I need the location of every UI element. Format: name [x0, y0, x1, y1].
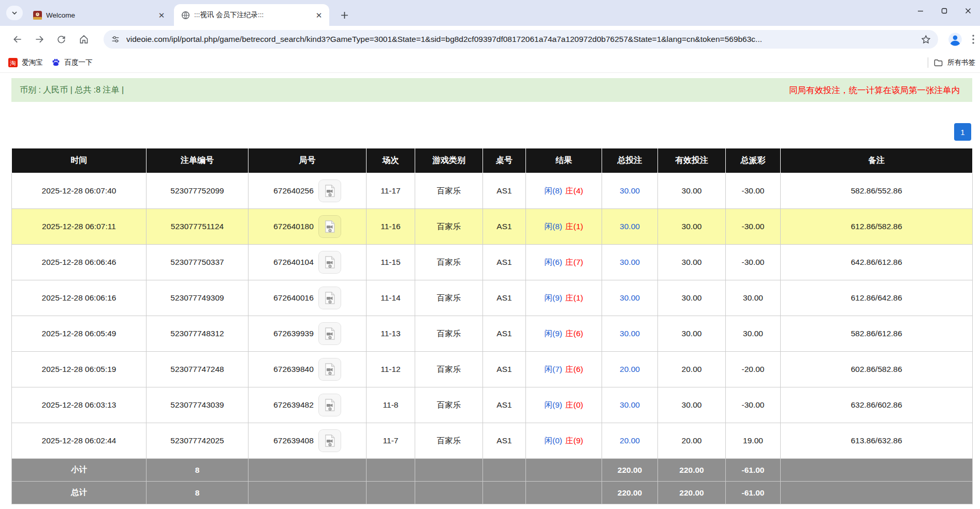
table-no-cell: AS1 — [483, 352, 526, 387]
total-bet-link[interactable]: 30.00 — [620, 329, 640, 338]
table-no-cell: AS1 — [483, 316, 526, 352]
video-replay-button[interactable] — [318, 358, 341, 381]
url-text[interactable]: videoie.com/ipl/portal.php/game/betrecor… — [126, 35, 917, 44]
valid-bet-cell: 30.00 — [658, 245, 726, 280]
maximize-icon — [941, 8, 947, 14]
close-window-button[interactable] — [956, 0, 980, 22]
summary-payout-cell: -61.00 — [726, 459, 781, 482]
session-cell: 11-7 — [367, 423, 415, 459]
table-row[interactable]: 2025-12-28 06:02:44523077742025672639408… — [12, 423, 973, 459]
total-bet-link[interactable]: 20.00 — [620, 436, 640, 445]
total-bet-cell: 20.00 — [602, 423, 658, 459]
chevron-down-icon — [11, 10, 18, 16]
browser-menu-button[interactable] — [969, 33, 978, 46]
bookmark-baidu[interactable]: 百度一下 — [51, 58, 93, 67]
summary-label-cell: 总计 — [12, 482, 147, 504]
video-replay-button[interactable] — [318, 179, 341, 202]
tab-welcome[interactable]: Welcome ✕ — [26, 4, 172, 26]
column-header: 总投注 — [602, 148, 658, 173]
table-row[interactable]: 2025-12-28 06:07:40523077752099672640256… — [12, 173, 973, 209]
video-replay-button[interactable] — [318, 251, 341, 274]
game-type-cell: 百家乐 — [415, 173, 483, 209]
summary-empty-cell — [781, 482, 973, 504]
summary-empty-cell — [781, 459, 973, 482]
summary-empty-cell — [483, 459, 526, 482]
table-row[interactable]: 2025-12-28 06:05:49523077748312672639939… — [12, 316, 973, 352]
bet-id-cell: 523077748312 — [147, 316, 248, 352]
table-row[interactable]: 2025-12-28 06:05:19523077747248672639840… — [12, 352, 973, 387]
total-bet-cell: 30.00 — [602, 280, 658, 316]
video-replay-button[interactable] — [318, 322, 341, 345]
bookmark-page-button[interactable] — [921, 35, 931, 44]
bookmarks-right: 所有书签 — [928, 53, 975, 72]
maximize-button[interactable] — [932, 0, 956, 22]
tab-close-button[interactable]: ✕ — [156, 10, 167, 20]
round-id: 672639482 — [273, 400, 314, 410]
total-bet-link[interactable]: 30.00 — [620, 186, 640, 195]
browser-toolbar: videoie.com/ipl/portal.php/game/betrecor… — [0, 26, 980, 53]
pagination-page-1-button[interactable]: 1 — [954, 123, 971, 141]
address-bar[interactable]: videoie.com/ipl/portal.php/game/betrecor… — [104, 30, 938, 49]
column-header: 桌号 — [483, 148, 526, 173]
column-header: 游戏类别 — [415, 148, 483, 173]
home-button[interactable] — [76, 31, 92, 48]
time-cell: 2025-12-28 06:07:11 — [12, 209, 147, 245]
summary-count-cell: 8 — [147, 482, 248, 504]
summary-empty-cell — [526, 459, 602, 482]
svg-text:淘: 淘 — [9, 60, 16, 66]
total-bet-link[interactable]: 30.00 — [620, 222, 640, 231]
bookmark-label: 百度一下 — [65, 58, 93, 67]
tab-betrecord[interactable]: :::视讯 会员下注纪录::: ✕ — [174, 4, 329, 26]
remark-cell: 632.86/602.86 — [781, 387, 973, 423]
bookmarks-bar: 淘 爱淘宝 百度一下 所有书签 — [0, 53, 980, 73]
summary-empty-cell — [248, 482, 367, 504]
video-replay-button[interactable] — [318, 287, 341, 309]
session-cell: 11-17 — [367, 173, 415, 209]
plus-icon — [341, 11, 348, 19]
total-bet-link[interactable]: 30.00 — [620, 293, 640, 302]
result-cell: 闲(8)庄(4) — [526, 173, 602, 209]
forward-button[interactable] — [31, 31, 48, 48]
tab-close-button[interactable]: ✕ — [314, 10, 324, 20]
table-row[interactable]: 2025-12-28 06:03:13523077743039672639482… — [12, 387, 973, 423]
column-header: 总派彩 — [726, 148, 781, 173]
total-bet-cell: 30.00 — [602, 245, 658, 280]
profile-button[interactable] — [948, 32, 962, 47]
all-bookmarks-button[interactable]: 所有书签 — [933, 58, 975, 68]
video-file-icon — [323, 219, 337, 234]
home-icon — [79, 34, 89, 44]
remark-cell: 582.86/612.86 — [781, 316, 973, 352]
time-cell: 2025-12-28 06:06:46 — [12, 245, 147, 280]
table-row[interactable]: 2025-12-28 06:07:11523077751124672640180… — [12, 209, 973, 245]
table-row[interactable]: 2025-12-28 06:06:46523077750337672640104… — [12, 245, 973, 280]
result-banker: 庄(9) — [565, 436, 583, 445]
total-bet-link[interactable]: 20.00 — [620, 365, 640, 373]
total-bet-link[interactable]: 30.00 — [620, 258, 640, 266]
remark-cell: 602.86/582.86 — [781, 352, 973, 387]
minimize-button[interactable] — [909, 0, 932, 22]
session-cell: 11-15 — [367, 245, 415, 280]
new-tab-button[interactable] — [337, 7, 352, 23]
video-file-icon — [323, 433, 337, 448]
total-bet-cell: 20.00 — [602, 352, 658, 387]
tab-search-button[interactable] — [6, 6, 23, 20]
result-player: 闲(9) — [545, 329, 562, 338]
reload-button[interactable] — [53, 31, 69, 48]
table-row[interactable]: 2025-12-28 06:06:16523077749309672640016… — [12, 280, 973, 316]
round-cell: 672640016 — [248, 280, 367, 316]
back-button[interactable] — [9, 31, 26, 48]
bet-id-cell: 523077742025 — [147, 423, 248, 459]
game-type-cell: 百家乐 — [415, 245, 483, 280]
bookmark-taobao[interactable]: 淘 爱淘宝 — [8, 58, 43, 67]
remark-cell: 582.86/552.86 — [781, 173, 973, 209]
site-settings-icon[interactable] — [111, 35, 120, 44]
valid-bet-cell: 30.00 — [658, 316, 726, 352]
kebab-menu-icon — [969, 33, 978, 46]
video-replay-button[interactable] — [318, 429, 341, 452]
notice-text: 同局有效投注，统一计算在该局第一张注单内 — [789, 78, 960, 102]
video-replay-button[interactable] — [318, 215, 341, 238]
total-bet-link[interactable]: 30.00 — [620, 400, 640, 409]
video-replay-button[interactable] — [318, 394, 341, 416]
casino-logo-icon — [33, 11, 42, 20]
game-type-cell: 百家乐 — [415, 209, 483, 245]
